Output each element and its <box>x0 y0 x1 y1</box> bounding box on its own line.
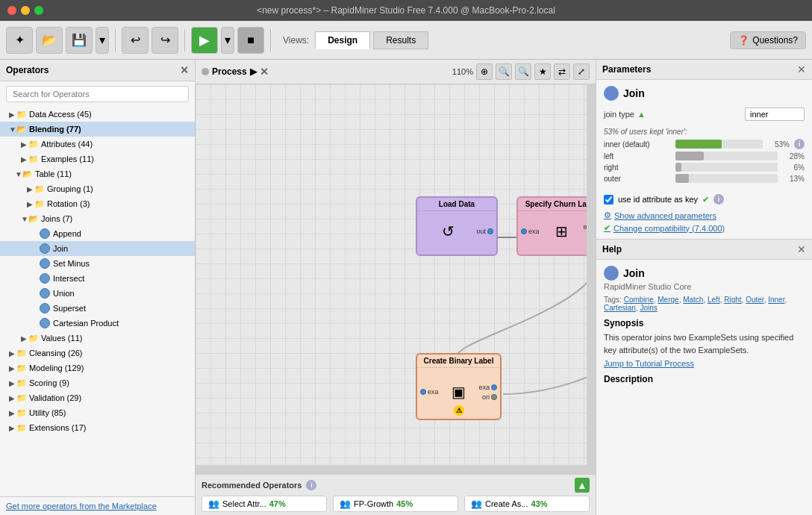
marketplace-link[interactable]: Get more operators from the Marketplace <box>0 496 195 515</box>
tree-item-grouping[interactable]: ▶ 📁 Grouping (1) <box>0 181 195 196</box>
tree-item-cleansing[interactable]: ▶ 📁 Cleansing (26) <box>0 346 195 360</box>
expand-button[interactable]: ⤢ <box>573 63 590 80</box>
tree-item-union[interactable]: Union <box>0 286 195 301</box>
undo-button[interactable]: ↩ <box>122 27 149 54</box>
operators-title: Operators <box>6 65 49 75</box>
recommended-item-create-as[interactable]: 👥 Create As... 43% <box>464 496 590 512</box>
tag-match[interactable]: Match <box>683 296 703 304</box>
design-view-button[interactable]: Design <box>315 31 370 49</box>
tag-left[interactable]: Left <box>708 296 720 304</box>
zoom-out-button[interactable]: 🔍 <box>515 63 531 80</box>
run-button[interactable]: ▶ <box>191 27 218 54</box>
close-traffic-light[interactable] <box>7 6 16 15</box>
maximize-traffic-light[interactable] <box>34 6 43 15</box>
save-dropdown-button[interactable]: ▾ <box>96 27 109 54</box>
tree-item-rotation[interactable]: ▶ 📁 Rotation (3) <box>0 196 195 211</box>
tree-item-blending[interactable]: ▼ 📂 Blending (77) <box>0 122 195 137</box>
recommended-item-fp-growth[interactable]: 👥 FP-Growth 45% <box>333 496 458 512</box>
operators-close-button[interactable]: ✕ <box>180 64 189 76</box>
zoom-to-fit-button[interactable]: ⊕ <box>476 63 493 80</box>
process-canvas[interactable]: Load Data ↺ out Specify Churn Label <box>196 84 596 474</box>
tree-item-attributes[interactable]: ▶ 📁 Attributes (44) <box>0 137 195 152</box>
help-button[interactable]: ❓ Questions? <box>730 31 806 49</box>
save-button[interactable]: 💾 <box>66 27 93 54</box>
recommended-item-select[interactable]: 👥 Select Attr... 47% <box>202 496 327 512</box>
results-view-button[interactable]: Results <box>373 31 428 49</box>
tree-item-join[interactable]: Join <box>0 241 195 256</box>
link-text: Change compatibility (7.4.000) <box>613 224 725 233</box>
tree-item-superset[interactable]: Superset <box>0 301 195 316</box>
parameters-close-button[interactable]: ✕ <box>797 63 806 75</box>
bookmark-button[interactable]: ★ <box>534 63 551 80</box>
tree-item-cartesian[interactable]: Cartesian Product <box>0 316 195 331</box>
help-close-button[interactable]: ✕ <box>797 243 806 255</box>
load-data-operator[interactable]: Load Data ↺ out <box>416 196 498 256</box>
jump-to-tutorial-link[interactable]: Jump to Tutorial Process <box>604 359 694 368</box>
open-button[interactable]: 📂 <box>36 27 63 54</box>
port-exa[interactable]: exa <box>521 228 540 235</box>
new-process-button[interactable]: ✦ <box>6 27 33 54</box>
tag-right[interactable]: Right <box>724 296 741 304</box>
operator-title: Specify Churn Label <box>518 198 596 211</box>
tree-label: Cleansing (26) <box>29 349 83 358</box>
tree-item-extensions[interactable]: ▶ 📁 Extensions (17) <box>0 420 195 435</box>
run-dropdown-button[interactable]: ▾ <box>221 27 234 54</box>
tree-item-data-access[interactable]: ▶ 📁 Data Access (45) <box>0 107 195 122</box>
use-id-checkbox-row: use id attribute as key ✔ i <box>596 191 812 207</box>
tree-item-modeling[interactable]: ▶ 📁 Modeling (129) <box>0 360 195 375</box>
info-icon[interactable]: i <box>713 194 724 205</box>
tree-item-append[interactable]: Append <box>0 226 195 241</box>
synopsis-title: Synopsis <box>604 318 805 328</box>
tree-item-values[interactable]: ▶ 📁 Values (11) <box>0 331 195 346</box>
use-id-checkbox[interactable] <box>604 195 613 205</box>
stop-button[interactable]: ■ <box>237 27 264 54</box>
tag-combine[interactable]: Combine <box>624 296 654 304</box>
operator-title: Load Data <box>417 198 496 211</box>
show-advanced-link[interactable]: ⚙ Show advanced parameters <box>604 210 805 220</box>
process-tools: 110% ⊕ 🔍 🔍 ★ ⇄ ⤢ <box>452 63 590 80</box>
tree-label: Utility (85) <box>29 408 66 417</box>
specify-churn-operator[interactable]: Specify Churn Label exa ⊞ exa <box>516 196 596 256</box>
tag-outer[interactable]: Outer <box>746 296 763 304</box>
tag-joins[interactable]: Joins <box>640 304 657 312</box>
tree-item-examples[interactable]: ▶ 📁 Examples (11) <box>0 152 195 166</box>
tree-item-intersect[interactable]: Intersect <box>0 271 195 286</box>
tree-item-table[interactable]: ▼ 📂 Table (11) <box>0 166 195 181</box>
usage-bar-wrapper <box>675 140 763 149</box>
change-compat-link[interactable]: ✔ Change compatibility (7.4.000) <box>604 223 805 233</box>
usage-bar <box>675 163 681 172</box>
redo-button[interactable]: ↪ <box>152 27 178 54</box>
recommended-operators-bar: Recommended Operators i ▲ 👥 Select Attr.… <box>196 474 596 515</box>
tree-item-set-minus[interactable]: Set Minus <box>0 256 195 271</box>
info-icon[interactable]: i <box>794 139 805 149</box>
parameters-title: Parameters <box>602 64 651 75</box>
usage-bar-wrapper <box>675 174 778 183</box>
tag-inner[interactable]: Inner <box>768 296 784 304</box>
tree-item-utility[interactable]: ▶ 📁 Utility (85) <box>0 405 195 420</box>
tree-item-joins[interactable]: ▼ 📂 Joins (7) <box>0 211 195 226</box>
process-close-button[interactable]: ✕ <box>260 66 269 78</box>
tag-merge[interactable]: Merge <box>658 296 678 304</box>
expand-recommended-button[interactable]: ▲ <box>575 478 590 493</box>
synopsis-text: This operator joins two ExampleSets usin… <box>604 331 805 356</box>
usage-bar-wrapper <box>675 152 778 160</box>
vertical-scrollbar[interactable] <box>587 84 596 474</box>
help-tags: Tags: Combine, Merge, Match, Left, Right… <box>604 296 805 312</box>
horizontal-scrollbar[interactable] <box>196 465 587 474</box>
create-binary-operator[interactable]: Create Binary Label exa ▣ exa <box>416 353 502 420</box>
info-icon[interactable]: i <box>306 480 316 490</box>
tree-item-validation[interactable]: ▶ 📁 Validation (29) <box>0 390 195 405</box>
minimize-traffic-light[interactable] <box>21 6 30 15</box>
zoom-in-button[interactable]: 🔍 <box>496 63 512 80</box>
toolbar-divider-2 <box>184 29 185 52</box>
join-type-select[interactable]: inner left right outer <box>745 107 805 121</box>
operators-search-input[interactable] <box>6 86 189 102</box>
port-ori-out[interactable]: ori <box>482 393 497 401</box>
tag-cartesian[interactable]: Cartesian <box>604 304 636 312</box>
tree-item-scoring[interactable]: ▶ 📁 Scoring (9) <box>0 375 195 390</box>
port-exa-out[interactable]: exa <box>478 384 497 391</box>
connect-button[interactable]: ⇄ <box>554 63 570 80</box>
port-out[interactable]: out <box>476 228 493 235</box>
port-exa[interactable]: exa <box>420 388 439 396</box>
operator-title: Create Binary Label <box>417 355 500 368</box>
